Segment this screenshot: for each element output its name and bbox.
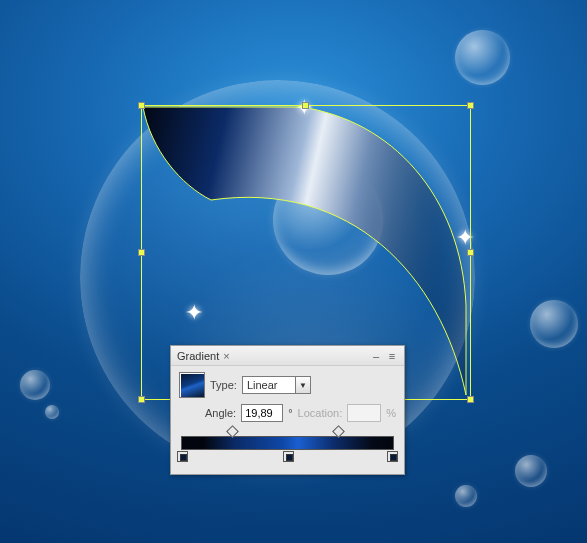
type-label: Type: <box>210 379 237 391</box>
location-input <box>347 404 381 422</box>
close-tab-icon[interactable]: × <box>223 350 229 362</box>
percent-symbol: % <box>386 407 396 419</box>
gradient-panel: Gradient × – ≡ Type: Linear ▼ Angle: ° L… <box>170 345 405 475</box>
panel-menu-icon[interactable]: ≡ <box>384 350 400 362</box>
type-select[interactable]: Linear ▼ <box>242 376 311 394</box>
minimize-icon[interactable]: – <box>368 350 384 362</box>
panel-body: Type: Linear ▼ Angle: ° Location: % <box>171 366 404 474</box>
panel-header[interactable]: Gradient × – ≡ <box>171 346 404 366</box>
opacity-stop[interactable] <box>332 425 345 438</box>
angle-row: Angle: ° Location: % <box>179 404 396 422</box>
angle-label: Angle: <box>205 407 236 419</box>
angle-input[interactable] <box>241 404 283 422</box>
gradient-swatch[interactable] <box>179 372 205 398</box>
panel-title: Gradient <box>177 350 219 362</box>
color-stop[interactable] <box>387 451 398 462</box>
chevron-down-icon[interactable]: ▼ <box>296 376 311 394</box>
color-stop[interactable] <box>177 451 188 462</box>
degree-symbol: ° <box>288 407 292 419</box>
type-row: Type: Linear ▼ <box>179 372 396 398</box>
type-select-value: Linear <box>242 376 296 394</box>
location-label: Location: <box>298 407 343 419</box>
color-stop[interactable] <box>283 451 294 462</box>
opacity-stop[interactable] <box>227 425 240 438</box>
gradient-ramp[interactable] <box>181 436 394 450</box>
